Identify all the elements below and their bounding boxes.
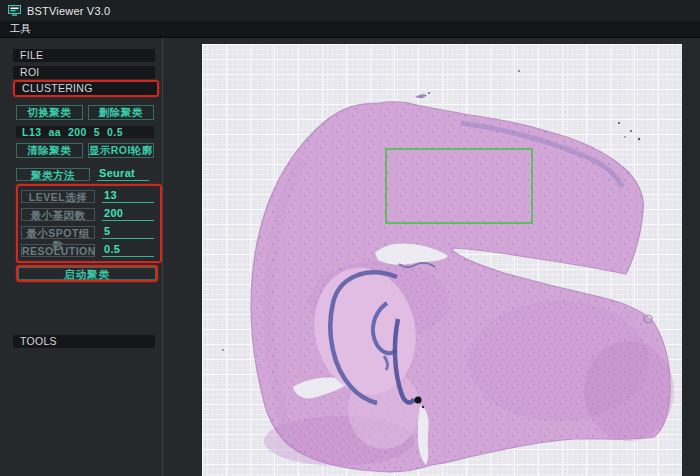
min-genes-input[interactable]: 200 bbox=[102, 207, 154, 221]
app-window: BSTViewer V3.0 工具 FILE ROI CLUSTERING 切换… bbox=[0, 0, 700, 476]
start-clustering-button[interactable]: 启动聚类 bbox=[18, 267, 156, 280]
level-select-label: LEVEL选择 bbox=[21, 190, 95, 203]
viewer-area bbox=[163, 38, 700, 476]
cluster-method-label: 聚类方法 bbox=[16, 168, 90, 181]
tissue-section-image bbox=[202, 44, 682, 476]
annotation-highlight-clustering: CLUSTERING bbox=[13, 80, 159, 97]
app-logo-icon bbox=[8, 5, 21, 16]
menu-bar: 工具 bbox=[0, 21, 700, 38]
annotation-highlight-params: LEVEL选择 13 最小基因数 200 最小SPOT组数 5 RESOLUTI… bbox=[16, 184, 162, 263]
window-title: BSTViewer V3.0 bbox=[27, 5, 110, 17]
resolution-input[interactable]: 0.5 bbox=[102, 243, 154, 257]
resolution-label: RESOLUTION bbox=[21, 244, 95, 257]
cluster-method-value[interactable]: Seurat bbox=[97, 167, 149, 181]
sidebar-section-file[interactable]: FILE bbox=[13, 49, 155, 62]
menu-item-tools[interactable]: 工具 bbox=[8, 22, 33, 36]
brain-tissue bbox=[222, 70, 674, 472]
delete-cluster-button[interactable]: 删除聚类 bbox=[88, 105, 155, 120]
switch-cluster-button[interactable]: 切换聚类 bbox=[16, 105, 83, 120]
level-select-input[interactable]: 13 bbox=[102, 189, 154, 203]
min-spot-count-label: 最小SPOT组数 bbox=[21, 226, 95, 239]
sidebar-section-tools[interactable]: TOOLS bbox=[13, 335, 155, 348]
sidebar: FILE ROI CLUSTERING 切换聚类 删除聚类 L13 aa 200… bbox=[0, 38, 163, 476]
sidebar-section-roi[interactable]: ROI bbox=[13, 66, 155, 79]
clear-cluster-button[interactable]: 清除聚类 bbox=[16, 143, 83, 158]
min-spot-count-input[interactable]: 5 bbox=[102, 225, 154, 239]
slide-viewport[interactable] bbox=[202, 44, 682, 476]
cluster-list-item[interactable]: L13 aa 200 5 0.5 bbox=[16, 126, 154, 138]
title-bar: BSTViewer V3.0 bbox=[0, 0, 700, 21]
tissue-dark-spot bbox=[415, 397, 422, 404]
sidebar-section-clustering[interactable]: CLUSTERING bbox=[15, 82, 157, 95]
annotation-highlight-start: 启动聚类 bbox=[16, 265, 158, 282]
clustering-panel: 切换聚类 删除聚类 L13 aa 200 5 0.5 清除聚类 显示ROI轮廓 … bbox=[16, 105, 154, 282]
show-roi-outline-button[interactable]: 显示ROI轮廓 bbox=[88, 143, 155, 158]
min-genes-label: 最小基因数 bbox=[21, 208, 95, 221]
